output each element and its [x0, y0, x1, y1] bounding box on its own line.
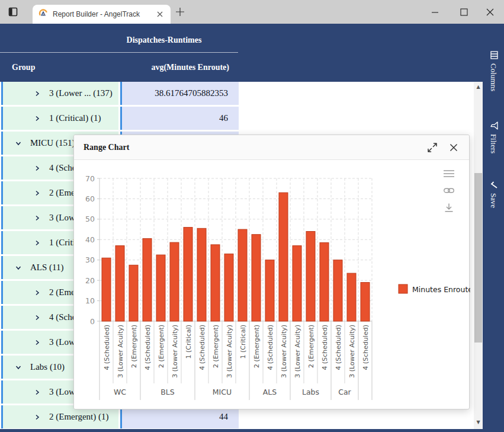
- chevron-right-icon[interactable]: [34, 215, 41, 222]
- scroll-up-icon[interactable]: ▲: [474, 82, 483, 91]
- bar-WC-4 (Scheduled)[interactable]: [102, 258, 111, 321]
- chevron-right-icon[interactable]: [34, 165, 41, 172]
- bar-BLS-4 (Scheduled)[interactable]: [143, 239, 152, 321]
- bar-ALS-3 (Lower Acuity)[interactable]: [279, 193, 288, 321]
- group-cell[interactable]: 1 (Critical) (1): [1, 107, 118, 130]
- y-tick-label: 60: [85, 194, 95, 203]
- group-label: 3 (Lower ... (137): [49, 88, 113, 98]
- table-footer-strip: [0, 429, 483, 432]
- bar-WC-3 (Lower Acuity)[interactable]: [115, 246, 124, 321]
- window-minimize-icon[interactable]: [431, 8, 439, 17]
- x-category-label: 2 (Emergent): [130, 325, 138, 368]
- chevron-right-icon[interactable]: [34, 90, 41, 97]
- sidebar-item-label: Save: [489, 193, 498, 208]
- x-category-label: 4 (Scheduled): [267, 325, 274, 370]
- report-title: Dispatches-Runtimes: [127, 36, 202, 45]
- x-category-label: 4 (Scheduled): [321, 325, 329, 370]
- chevron-right-icon[interactable]: [34, 190, 41, 197]
- x-group-label: BLS: [160, 388, 175, 396]
- range-chart-canvas[interactable]: 0102030405060704 (Scheduled)3 (Lower Acu…: [74, 160, 470, 409]
- vertical-scrollbar[interactable]: ▲ ▼: [474, 82, 483, 429]
- value-text: 38.61764705882353: [155, 88, 228, 98]
- y-tick-label: 0: [90, 317, 95, 326]
- bar-MICU-3 (Lower Acuity)[interactable]: [224, 254, 233, 321]
- check-icon: [489, 181, 499, 189]
- group-label: ALS (11): [30, 263, 64, 273]
- bar-Labs-2 (Emergent)[interactable]: [306, 232, 315, 321]
- x-category-label: 3 (Lower Acuity): [171, 325, 179, 378]
- browser-titlebar: A Report Builder - AngelTrack: [0, 0, 504, 24]
- bar-BLS-3 (Lower Acuity)[interactable]: [170, 242, 179, 321]
- bar-ALS-2 (Emergent)[interactable]: [252, 235, 261, 321]
- bar-BLS-2 (Emergent)[interactable]: [156, 255, 165, 321]
- chevron-down-icon[interactable]: [15, 140, 22, 147]
- value-cell: 38.61764705882353: [120, 82, 239, 105]
- sidebar-item-columns[interactable]: Columns: [483, 50, 504, 92]
- scroll-down-icon[interactable]: ▼: [474, 417, 483, 427]
- x-category-label: 3 (Lower Acuity): [294, 325, 301, 378]
- x-group-label: Car: [338, 388, 351, 396]
- legend-swatch[interactable]: [399, 284, 407, 293]
- x-category-label: 4 (Scheduled): [198, 325, 206, 370]
- svg-text:A: A: [42, 12, 44, 16]
- chevron-right-icon[interactable]: [34, 389, 41, 396]
- group-label: 1 (Critical) (1): [49, 113, 101, 123]
- chevron-right-icon[interactable]: [34, 115, 41, 122]
- bar-MICU-4 (Scheduled)[interactable]: [197, 228, 206, 321]
- value-text: 44: [219, 412, 228, 422]
- value-text: 46: [219, 113, 228, 123]
- group-label: MICU (151): [30, 138, 75, 148]
- column-header-group: Group: [12, 63, 35, 72]
- table-row[interactable]: 1 (Critical) (1)46: [0, 107, 483, 130]
- dialog-header: Range Chart: [74, 135, 469, 160]
- bar-MICU-1 (Critical)[interactable]: [238, 229, 247, 321]
- x-category-label: 4 (Scheduled): [335, 325, 342, 370]
- group-cell[interactable]: 3 (Lower ... (137): [1, 82, 118, 105]
- x-group-label: ALS: [263, 388, 277, 396]
- title-divider: [0, 52, 238, 53]
- bar-Labs-3 (Lower Acuity)[interactable]: [293, 246, 301, 321]
- bar-Car-4 (Scheduled)[interactable]: [333, 260, 342, 321]
- chevron-right-icon[interactable]: [34, 289, 41, 296]
- group-label: 2 (Emergent) (1): [49, 412, 109, 422]
- x-group-label: Labs: [302, 388, 319, 396]
- chevron-right-icon[interactable]: [34, 314, 41, 321]
- filter-icon: [489, 121, 499, 130]
- bar-Labs-4 (Scheduled)[interactable]: [320, 242, 329, 321]
- tab-close-icon[interactable]: [155, 9, 165, 19]
- tab-actions-icon[interactable]: [8, 7, 18, 17]
- bar-MICU-2 (Emergent)[interactable]: [211, 245, 220, 321]
- x-category-label: 3 (Lower Acuity): [348, 325, 356, 378]
- x-category-label: 2 (Emergent): [158, 325, 165, 368]
- x-category-label: 3 (Lower Acuity): [117, 325, 124, 378]
- y-tick-label: 10: [85, 296, 95, 305]
- window-maximize-icon[interactable]: [460, 8, 468, 17]
- close-icon[interactable]: [448, 142, 460, 153]
- columns-icon: [489, 51, 499, 59]
- browser-tab[interactable]: A Report Builder - AngelTrack: [33, 5, 171, 24]
- chevron-right-icon[interactable]: [34, 239, 41, 247]
- sidebar-item-label: Columns: [489, 63, 498, 91]
- new-tab-icon[interactable]: [175, 7, 185, 17]
- bar--4 (Scheduled)[interactable]: [361, 283, 370, 321]
- chevron-down-icon[interactable]: [15, 364, 22, 371]
- chevron-down-icon[interactable]: [15, 264, 22, 271]
- bar-Car-3 (Lower Acuity)[interactable]: [347, 273, 356, 321]
- chevron-right-icon[interactable]: [34, 414, 41, 421]
- y-tick-label: 30: [85, 255, 95, 264]
- window-close-icon[interactable]: [486, 8, 495, 17]
- table-row[interactable]: 3 (Lower ... (137)38.61764705882353: [0, 82, 483, 105]
- sidebar-item-filters[interactable]: Filters: [483, 116, 504, 159]
- bar-BLS-1 (Critical)[interactable]: [184, 228, 192, 321]
- legend-label[interactable]: Minutes Enroute: [412, 285, 470, 294]
- scrollbar-thumb[interactable]: [474, 173, 482, 343]
- x-category-label: 4 (Scheduled): [362, 325, 370, 370]
- value-cell: 46: [120, 107, 239, 130]
- chevron-right-icon[interactable]: [34, 339, 41, 346]
- range-chart-dialog: Range Chart 0102030405060704 (Scheduled)…: [73, 135, 470, 409]
- expand-icon[interactable]: [426, 142, 438, 153]
- bar-ALS-4 (Scheduled)[interactable]: [265, 260, 274, 321]
- sidebar-item-save[interactable]: Save: [483, 173, 504, 216]
- x-category-label: 3 (Lower Acuity): [226, 325, 233, 378]
- bar-WC-2 (Emergent)[interactable]: [129, 265, 138, 321]
